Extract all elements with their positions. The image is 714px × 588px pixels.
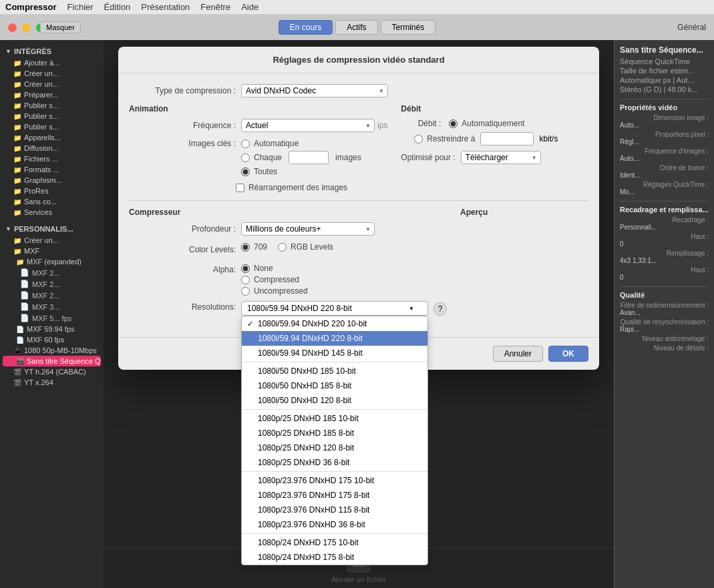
sidebar-sub-mxf4[interactable]: 📄MXF 3... xyxy=(0,301,104,312)
dropdown-item-r15[interactable]: 1080p/24 DNxHD 175 10-bit xyxy=(242,535,427,550)
profondeur-select-wrapper[interactable]: Millions de couleurs+ xyxy=(241,222,375,236)
dropdown-item-r10[interactable]: 1080p/25 DNxHD 36 8-bit xyxy=(242,455,427,470)
close-button[interactable] xyxy=(8,23,17,32)
sidebar-sub-mxf2[interactable]: 📄MXF 2... xyxy=(0,278,104,290)
radio-uncompressed-input[interactable] xyxy=(241,287,250,296)
sidebar-item-publier2[interactable]: 📁Publier s... xyxy=(0,111,104,121)
dropdown-item-r3[interactable]: 1080i/59.94 DNxHD 145 8-bit xyxy=(242,346,427,360)
sidebar-item-yt-h264[interactable]: 🎬YT h.264 (CABAC) xyxy=(0,366,104,377)
optimise-select[interactable]: Télécharger xyxy=(461,151,541,164)
frequence-select[interactable]: Actuel xyxy=(241,119,375,132)
sidebar-item-preparer[interactable]: 📁Préparer... xyxy=(0,89,104,100)
sidebar-section-integres-header[interactable]: ▼ INTÉGRÉS xyxy=(0,45,104,57)
sidebar-item-prores[interactable]: 📁ProRes xyxy=(0,186,104,196)
dropdown-item-r5[interactable]: 1080i/50 DNxHD 185 8-bit xyxy=(242,378,427,393)
ok-button[interactable]: OK xyxy=(548,346,588,362)
sidebar-item-sansco[interactable]: 📁Sans co... xyxy=(0,196,104,207)
sidebar-item-formats[interactable]: 📁Formats ... xyxy=(0,164,104,175)
radio-automatique-input[interactable] xyxy=(241,139,250,148)
resolutions-selected[interactable]: 1080i/59.94 DNxHD 220 8-bit ▼ xyxy=(241,301,428,316)
sidebar-item-fichiers[interactable]: 📁Fichiers ... xyxy=(0,154,104,164)
tab-termines[interactable]: Terminés xyxy=(381,20,436,35)
menu-aide[interactable]: Aide xyxy=(241,2,258,12)
rearrangement-checkbox[interactable] xyxy=(236,184,244,192)
cancel-button[interactable]: Annuler xyxy=(493,346,543,362)
sidebar-item-active[interactable]: 🎬Sans titre Séquence QuickTime! xyxy=(3,356,101,366)
dropdown-item-r6[interactable]: 1080i/50 DNxHD 120 8-bit xyxy=(242,393,427,408)
dropdown-item-r7[interactable]: 1080p/25 DNxHD 185 10-bit xyxy=(242,411,427,426)
sidebar-item-mxf[interactable]: 📁MXF xyxy=(0,246,104,256)
sidebar-sub-mxf1[interactable]: 📄MXF 2... xyxy=(0,267,104,278)
radio-restreindre[interactable]: Restreindre à xyxy=(414,134,475,143)
masquer-button[interactable]: Masquer xyxy=(40,21,81,33)
sidebar-item-publier1[interactable]: 📁Publier s... xyxy=(0,100,104,111)
radio-chaque[interactable]: Chaque images xyxy=(241,151,361,164)
radio-toutes[interactable]: Toutes xyxy=(241,167,361,176)
folder-icon: 📁 xyxy=(13,145,21,152)
sidebar-item-mxf-5994[interactable]: 📄MXF 59.94 fps xyxy=(0,324,104,334)
app-menu[interactable]: Compressor xyxy=(5,2,57,12)
dropdown-item-r9[interactable]: 1080p/25 DNxHD 120 8-bit xyxy=(242,440,427,455)
dropdown-item-r12[interactable]: 1080p/23.976 DNxHD 175 8-bit xyxy=(242,488,427,503)
radio-auto-input[interactable] xyxy=(449,119,458,128)
radio-automatique[interactable]: Automatique xyxy=(241,139,361,148)
tab-en-cours[interactable]: En cours xyxy=(279,20,333,35)
recadrage-val: Personnali... xyxy=(620,224,709,231)
radio-compressed[interactable]: Compressed xyxy=(241,275,308,284)
tab-actifs[interactable]: Actifs xyxy=(335,20,377,35)
radio-compressed-input[interactable] xyxy=(241,276,250,284)
help-button[interactable]: ? xyxy=(433,302,447,316)
sidebar-sub-mxf3[interactable]: 📄MXF 2... xyxy=(0,290,104,301)
menu-edition[interactable]: Édition xyxy=(104,2,131,12)
sidebar-item-services[interactable]: 📁Services xyxy=(0,207,104,218)
radio-chaque-input[interactable] xyxy=(241,154,250,162)
sidebar-item-mxf-60fps[interactable]: 📄MXF 60 fps xyxy=(0,334,104,345)
menu-presentation[interactable]: Présentation xyxy=(141,2,190,12)
sidebar-sub-mxf5[interactable]: 📄MXF 5... fps xyxy=(0,312,104,324)
optimise-select-wrapper[interactable]: Télécharger xyxy=(461,151,541,164)
dropdown-item-r11[interactable]: 1080p/23.976 DNxHD 175 10-bit xyxy=(242,473,427,488)
radio-none-input[interactable] xyxy=(241,264,250,273)
menu-fenetre[interactable]: Fenêtre xyxy=(200,2,230,12)
sidebar-item-graphism[interactable]: 📁Graphism... xyxy=(0,175,104,186)
sidebar-item-diffusion[interactable]: 📁Diffusion... xyxy=(0,143,104,154)
radio-none[interactable]: None xyxy=(241,264,308,273)
radio-restreindre-input[interactable] xyxy=(414,135,423,143)
sidebar-item-yt-x264[interactable]: 🎬YT x.264 xyxy=(0,377,104,388)
minimize-button[interactable] xyxy=(22,23,31,32)
sidebar-item-ajouter[interactable]: 📁Ajouter à... xyxy=(0,57,104,68)
radio-709-input[interactable] xyxy=(241,243,250,252)
profondeur-select[interactable]: Millions de couleurs+ xyxy=(241,222,375,236)
radio-uncompressed[interactable]: Uncompressed xyxy=(241,286,308,296)
dropdown-item-r16[interactable]: 1080p/24 DNxHD 175 8-bit xyxy=(242,550,427,565)
sidebar-item-appareils[interactable]: 📁Appareils... xyxy=(0,132,104,143)
sidebar-item-creer2[interactable]: 📁Créer un... xyxy=(0,79,104,89)
dropdown-item-r2[interactable]: 1080i/59.94 DNxHD 220 8-bit xyxy=(242,331,427,346)
kbits-input[interactable] xyxy=(480,132,534,145)
sidebar-item-creer1[interactable]: 📁Créer un... xyxy=(0,68,104,79)
frequence-select-wrapper[interactable]: Actuel xyxy=(241,119,375,132)
dropdown-item-r1[interactable]: ✓ 1080i/59.94 DNxHD 220 10-bit xyxy=(242,316,427,331)
radio-rgb-input[interactable] xyxy=(278,243,287,252)
dropdown-label-r14: 1080p/23.976 DNxHD 36 8-bit xyxy=(258,520,365,529)
radio-toutes-input[interactable] xyxy=(241,168,250,176)
dialog-col-debit: Débit Débit : Automatiquement xyxy=(401,104,588,192)
dropdown-item-r4[interactable]: 1080i/50 DNxHD 185 10-bit xyxy=(242,364,427,378)
radio-709[interactable]: 709 xyxy=(241,242,267,252)
rearrangement-label: Réarrangement des images xyxy=(248,183,347,192)
sidebar-item-publier3[interactable]: 📁Publier s... xyxy=(0,121,104,132)
compression-type-input[interactable] xyxy=(241,84,388,97)
sidebar-item-mxf-expanded[interactable]: 📁MXF (expanded) xyxy=(0,256,104,267)
dropdown-item-r8[interactable]: 1080p/25 DNxHD 185 8-bit xyxy=(242,426,427,440)
dropdown-item-r13[interactable]: 1080p/23.976 DNxHD 115 8-bit xyxy=(242,503,427,517)
radio-rgb[interactable]: RGB Levels xyxy=(278,242,333,252)
chaque-value-input[interactable] xyxy=(289,151,329,164)
sidebar-section-personnalis-header[interactable]: ▼ PERSONNALIS... xyxy=(0,223,104,235)
sidebar-item-1080[interactable]: 📱1080 50p-MB-10Mbps xyxy=(0,345,104,356)
radio-automatiquement[interactable]: Automatiquement xyxy=(449,119,524,128)
dropdown-item-r14[interactable]: 1080p/23.976 DNxHD 36 8-bit xyxy=(242,517,427,532)
menu-fichier[interactable]: Fichier xyxy=(67,2,94,12)
compression-type-select-wrapper[interactable] xyxy=(241,84,388,97)
qualite-title: Qualité xyxy=(620,286,709,299)
sidebar-item-creer-new[interactable]: 📁Créer un... xyxy=(0,235,104,246)
